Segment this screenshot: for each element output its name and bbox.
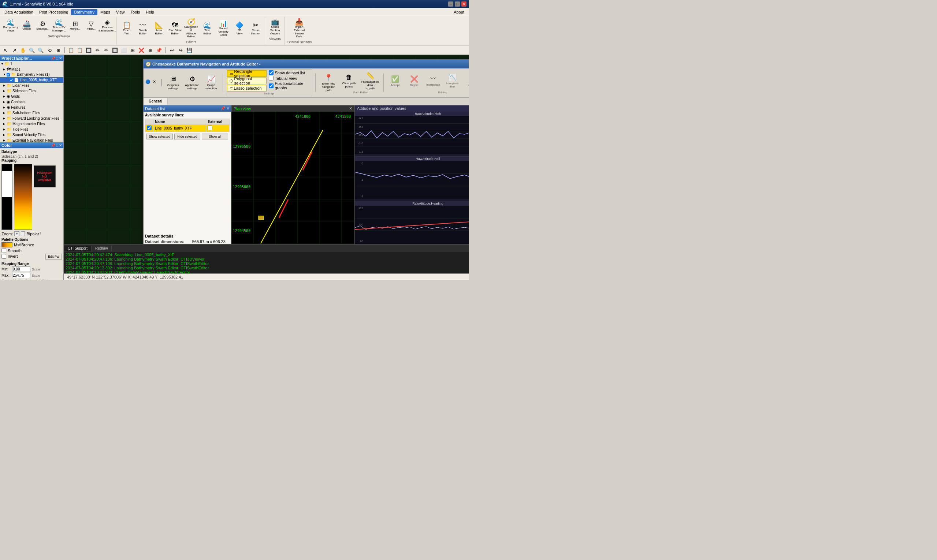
ds-close-icon[interactable]: ✕ xyxy=(226,106,230,111)
polygonal-selection-button[interactable]: ⬡ Polygonal selection xyxy=(227,78,267,84)
tree-mag[interactable]: ▶ 📁 Magnetometer Files xyxy=(0,121,63,127)
tree-sv[interactable]: ▶ 📁 Sound Velocity Files xyxy=(0,132,63,138)
zoom-minus-button[interactable]: - xyxy=(21,231,25,236)
menu-help[interactable]: Help xyxy=(143,9,157,15)
cross-section-button[interactable]: ✂ CrossSection xyxy=(248,18,263,40)
dataset-row-line0005[interactable]: Line_0005_bathy_XTF xyxy=(145,125,230,132)
nav-tab-general[interactable]: General xyxy=(143,98,168,105)
menu-post-processing[interactable]: Post Processing xyxy=(36,9,71,15)
position-attitude-checkbox[interactable] xyxy=(269,83,274,88)
edit-tool[interactable]: ✏ xyxy=(102,46,110,54)
ds-pin-icon[interactable]: 📌 xyxy=(220,106,225,111)
pe-undock-icon[interactable]: □ xyxy=(56,56,58,60)
ne-accept-button[interactable]: ✅ Accept xyxy=(386,71,404,91)
ne-tb-icon2[interactable]: ✕ xyxy=(152,79,159,86)
menu-view[interactable]: View xyxy=(113,9,128,15)
ne-fit-nav-button[interactable]: 📏 Fit navigation datato path xyxy=(359,71,381,91)
tree-maps[interactable]: ▶ 🗺 Maps xyxy=(0,67,63,72)
paste-tool[interactable]: 📋 xyxy=(76,46,84,54)
redo-tool[interactable]: ↪ xyxy=(176,46,185,54)
tree-lidar[interactable]: ▶ 📁 Lidar Files xyxy=(0,83,63,88)
maximize-button[interactable]: □ xyxy=(455,2,460,6)
max-input[interactable] xyxy=(12,273,31,278)
tree-bathy-checkbox[interactable] xyxy=(6,73,10,77)
tree-line-0005[interactable]: 📄 Line_0005_bathy_XTF xyxy=(0,77,63,83)
tide-sv-button[interactable]: 🌊 Tide + SVManager... xyxy=(51,18,67,34)
tree-contacts[interactable]: ▶ ◉ Contacts xyxy=(0,99,63,105)
tree-ext-nav[interactable]: ▶ 📁 External Navigation Files xyxy=(0,138,63,142)
plan-view-editor-button[interactable]: 🗺 Plan ViewEditor xyxy=(167,18,183,40)
invert-checkbox[interactable] xyxy=(2,254,6,259)
rectangle-selection-button[interactable]: ▭ Rectangle selection xyxy=(227,70,267,77)
minimize-button[interactable]: ─ xyxy=(448,2,453,6)
copy-tool[interactable]: 📋 xyxy=(67,46,75,54)
pe-close-icon[interactable]: ✕ xyxy=(59,56,62,60)
tree-features[interactable]: ▶ ◉ Features xyxy=(0,105,63,110)
select-rect-tool[interactable]: 🔲 xyxy=(85,46,92,54)
ne-graph-selection-button[interactable]: 📈 Graphselection xyxy=(202,73,220,92)
min-input[interactable] xyxy=(12,266,31,272)
filter-button[interactable]: ▽ Filter... xyxy=(83,18,99,34)
merge-button[interactable]: ⊞ Merge... xyxy=(67,18,83,34)
plan-view-close-icon[interactable]: ✕ xyxy=(349,106,352,111)
save-tool[interactable]: 💾 xyxy=(185,46,193,54)
ne-low-pass-filter-button[interactable]: 📉 Low-pass filter xyxy=(443,71,461,91)
cursor-tool[interactable]: ↖ xyxy=(2,46,9,54)
sound-velocity-editor-button[interactable]: 📊 SoundVelocity Editor xyxy=(216,18,231,40)
tree-root[interactable]: ▼ 📁 1 xyxy=(0,61,63,67)
grid-tool[interactable]: ⊞ xyxy=(128,46,137,54)
ne-application-settings-button[interactable]: ⚙ Applicationsettings xyxy=(183,73,201,92)
add-tool[interactable]: ⊕ xyxy=(146,46,154,54)
pin-tool[interactable]: 📌 xyxy=(155,46,163,54)
settings-button[interactable]: ⚙ Settings... xyxy=(35,18,51,34)
zoom-in-tool[interactable]: 🔍 xyxy=(28,46,36,54)
tree-grids[interactable]: ▶ ◉ Grids xyxy=(0,94,63,99)
lasso-selection-button[interactable]: ⊂ Lasso selection xyxy=(227,85,267,91)
vessel-button[interactable]: 🚢 Vessel xyxy=(19,18,34,34)
patch-test-button[interactable]: 📋 PatchTest xyxy=(119,18,134,40)
nav-attitude-editor-button[interactable]: 🧭 Navigation &Attitude Editor xyxy=(183,18,199,40)
pan-tool[interactable]: ✋ xyxy=(19,46,27,54)
cp-undock-icon[interactable]: □ xyxy=(56,143,58,148)
area-editor-button[interactable]: 📐 AreaEditor xyxy=(151,18,166,40)
tree-sidescan[interactable]: ▶ 📁 Sidescan Files xyxy=(0,88,63,94)
menu-maps[interactable]: Maps xyxy=(97,9,113,15)
box-tool[interactable]: 🔲 xyxy=(111,46,119,54)
select-tool[interactable]: ↗ xyxy=(10,46,18,54)
draw-tool[interactable]: ✏ xyxy=(93,46,102,54)
show-selected-button[interactable]: Show selected xyxy=(146,134,173,140)
ne-reject-button[interactable]: ❌ Reject xyxy=(405,71,423,91)
show-all-button[interactable]: Show all xyxy=(202,134,228,140)
edit-palette-button[interactable]: Edit Pal xyxy=(45,254,62,260)
menu-tools[interactable]: Tools xyxy=(128,9,143,15)
dataset-row-external-checkbox[interactable] xyxy=(208,126,213,130)
import-external-sensor-button[interactable]: 📥 Import ExternalSensor Data xyxy=(291,18,307,40)
ne-enter-new-nav-button[interactable]: 📍 Enter newnavigation path xyxy=(318,73,339,92)
hide-selected-button[interactable]: Hide selected xyxy=(174,134,201,140)
white-box-tool[interactable]: ⬜ xyxy=(120,46,128,54)
ne-undo-button[interactable]: ↩ Undo xyxy=(462,71,468,91)
tide-editor-button[interactable]: 🌊 TideEditor xyxy=(200,18,215,40)
menu-data-acquisition[interactable]: Data Acquisition xyxy=(2,9,36,15)
smooth-checkbox[interactable] xyxy=(2,248,6,253)
pe-pin-icon[interactable]: 📌 xyxy=(51,56,55,60)
ne-interpolate-button[interactable]: 〰 Interpolate xyxy=(424,71,442,91)
output-tab-redraw[interactable]: Redraw xyxy=(91,246,112,251)
zoom-out-tool[interactable]: 🔍 xyxy=(37,46,45,54)
tree-bathy-files[interactable]: ▼ 📁 Bathymetry Files (1) xyxy=(0,72,63,77)
close-button[interactable]: ✕ xyxy=(461,2,467,6)
tree-tide[interactable]: ▶ 📁 Tide Files xyxy=(0,127,63,132)
ne-tb-icon1[interactable]: 🔵 xyxy=(145,79,152,86)
bathymetry-views-button[interactable]: 🌊 BathymetryViews xyxy=(3,18,18,34)
tabular-view-checkbox[interactable] xyxy=(269,76,274,80)
delete-tool[interactable]: ❌ xyxy=(137,46,145,54)
tree-subbottom[interactable]: ▶ 📁 Sub-bottom Files xyxy=(0,110,63,115)
measure-tool[interactable]: ⊕ xyxy=(54,46,62,54)
tree-fls[interactable]: ▶ 📁 Forward Looking Sonar Files xyxy=(0,115,63,121)
tree-line-checkbox[interactable] xyxy=(9,78,13,82)
menu-about[interactable]: About xyxy=(451,9,467,15)
dataset-row-checkbox[interactable] xyxy=(147,126,152,130)
output-tab-cti[interactable]: CTI Support xyxy=(64,246,91,251)
ne-graphics-settings-button[interactable]: 🖥 Graphicssettings xyxy=(164,73,182,92)
show-dataset-list-checkbox[interactable] xyxy=(269,70,274,75)
